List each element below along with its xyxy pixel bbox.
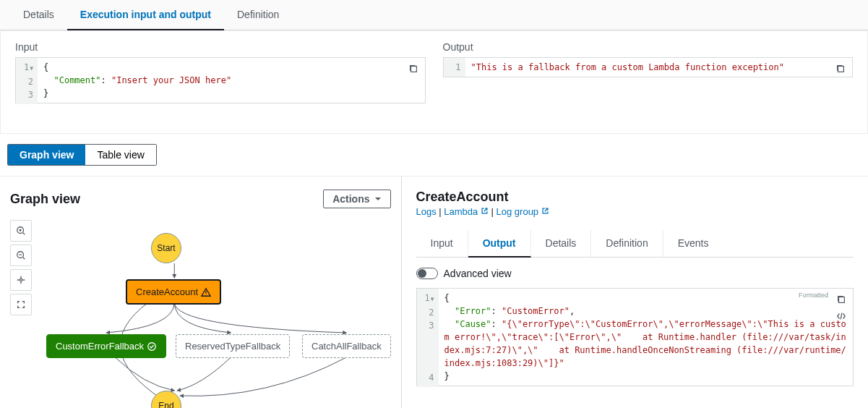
lambda-link[interactable]: Lambda — [444, 206, 489, 217]
tab-details[interactable]: Details — [10, 0, 67, 30]
detail-gutter: 1▼234 — [417, 289, 439, 387]
node-create-account[interactable]: CreateAccount — [126, 279, 221, 305]
input-gutter: 1▼23 — [16, 58, 38, 104]
caret-down-icon — [374, 195, 382, 203]
copy-output-button[interactable] — [832, 61, 849, 78]
copy-icon — [836, 294, 846, 305]
svg-rect-1 — [838, 66, 844, 72]
center-icon — [16, 275, 26, 285]
graph-toolbox — [10, 220, 32, 315]
advanced-view-toggle[interactable] — [416, 268, 438, 279]
output-code-box: 1 "This is a fallback from a custom Lamb… — [443, 57, 854, 77]
tab-execution-io[interactable]: Execution input and output — [67, 0, 224, 30]
fullscreen-button[interactable] — [10, 294, 32, 315]
external-link-icon — [481, 207, 489, 215]
graph-edges — [42, 218, 391, 408]
fullscreen-icon — [16, 299, 26, 310]
code-icon — [836, 311, 846, 321]
io-panel: Input 1▼23 { "Comment": "Insert your JSO… — [0, 30, 868, 134]
advanced-view-label: Advanced view — [444, 268, 512, 279]
node-reserved-type-fallback[interactable]: ReservedTypeFallback — [176, 334, 290, 358]
actions-label: Actions — [332, 193, 369, 205]
detail-code-box: Formatted 1▼234 { "Error": "CustomError"… — [416, 288, 854, 386]
details-pane: CreateAccount Logs | Lambda | Log group … — [402, 177, 868, 408]
output-code-content[interactable]: "This is a fallback from a custom Lambda… — [465, 58, 853, 77]
output-label: Output — [443, 41, 854, 53]
split-panels: Graph view Actions S — [0, 176, 868, 408]
table-view-button[interactable]: Table view — [85, 145, 155, 165]
copy-icon — [835, 64, 846, 74]
tab-definition[interactable]: Definition — [224, 0, 292, 30]
graph-view-button[interactable]: Graph view — [8, 145, 85, 165]
sub-tab-definition[interactable]: Definition — [591, 230, 663, 257]
copy-detail-button[interactable] — [833, 292, 850, 309]
graph-area[interactable]: Start CreateAccount CustomErrorFallback … — [42, 218, 391, 408]
node-end[interactable]: End — [151, 391, 181, 408]
zoom-out-button[interactable] — [10, 245, 32, 266]
node-custom-error-fallback[interactable]: CustomErrorFallback — [46, 334, 166, 358]
copy-input-button[interactable] — [405, 61, 422, 78]
formatted-label: Formatted — [799, 292, 828, 299]
selected-node-title: CreateAccount — [416, 190, 854, 205]
node-start[interactable]: Start — [151, 233, 181, 263]
output-column: Output 1 "This is a fallback from a cust… — [443, 41, 854, 104]
copy-icon — [408, 64, 418, 74]
zoom-in-button[interactable] — [10, 220, 32, 242]
view-switch: Graph view Table view — [0, 134, 868, 176]
zoom-in-icon — [16, 226, 26, 236]
input-label: Input — [15, 41, 426, 53]
log-group-link[interactable]: Log group — [497, 206, 549, 217]
actions-dropdown[interactable]: Actions — [323, 190, 390, 208]
svg-point-4 — [20, 279, 22, 281]
sub-tab-events[interactable]: Events — [663, 230, 723, 257]
zoom-out-icon — [16, 250, 26, 260]
external-link-icon — [541, 207, 549, 215]
graph-pane: Graph view Actions S — [0, 177, 402, 408]
svg-rect-0 — [411, 66, 416, 72]
resource-links: Logs | Lambda | Log group — [416, 206, 854, 217]
sub-tab-input[interactable]: Input — [416, 230, 468, 257]
check-circle-icon — [147, 341, 157, 352]
input-column: Input 1▼23 { "Comment": "Insert your JSO… — [15, 41, 426, 104]
output-gutter: 1 — [444, 58, 465, 77]
logs-link[interactable]: Logs — [416, 206, 437, 217]
top-tabs: Details Execution input and output Defin… — [0, 0, 868, 30]
warning-icon — [201, 287, 211, 297]
graph-title: Graph view — [10, 192, 80, 207]
detail-sub-tabs: Input Output Details Definition Events — [416, 230, 854, 258]
toggle-format-button[interactable] — [833, 307, 850, 325]
input-code-box: 1▼23 { "Comment": "Insert your JSON here… — [15, 57, 426, 103]
center-button[interactable] — [10, 269, 32, 291]
sub-tab-output[interactable]: Output — [468, 230, 531, 258]
sub-tab-details[interactable]: Details — [531, 230, 592, 257]
detail-code-content[interactable]: { "Error": "CustomError", "Cause": "{\"e… — [439, 289, 853, 386]
node-catch-all-fallback[interactable]: CatchAllFallback — [302, 334, 391, 358]
input-code-content[interactable]: { "Comment": "Insert your JSON here" } — [38, 58, 425, 103]
svg-rect-6 — [839, 297, 845, 302]
